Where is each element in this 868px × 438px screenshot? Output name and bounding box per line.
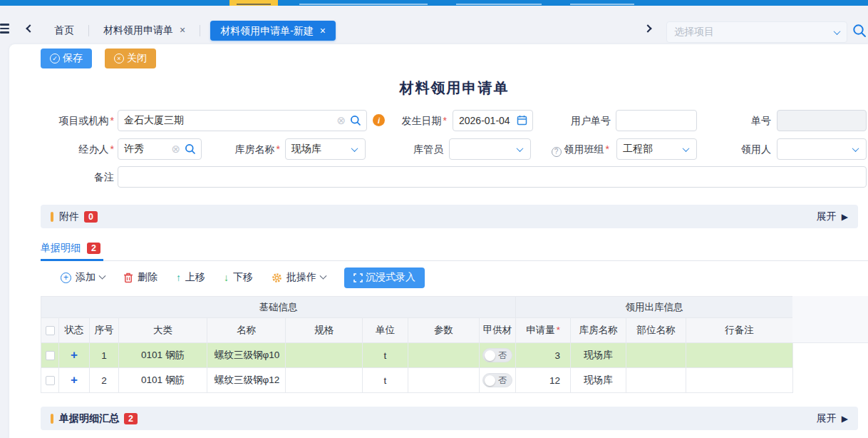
col-part: 部位名称	[626, 318, 686, 343]
move-up-button[interactable]: ↑ 上移	[176, 271, 205, 284]
hamburger-menu-icon[interactable]	[0, 24, 10, 35]
attachment-expand-toggle[interactable]: 展开▶	[817, 210, 848, 223]
col-status: 状态	[59, 318, 90, 343]
handler-search-icon[interactable]	[185, 143, 196, 155]
save-button[interactable]: ✓ 保存	[41, 49, 92, 68]
supplied-toggle[interactable]: 否	[482, 373, 512, 387]
col-warehouse: 库房名称	[571, 318, 626, 343]
tab-separator	[200, 25, 200, 36]
batch-ops-button[interactable]: 批操作	[272, 271, 326, 284]
row-status-add-icon[interactable]: +	[71, 373, 78, 387]
summary-label: 单据明细汇总	[59, 412, 119, 425]
close-button[interactable]: × 关闭	[105, 49, 156, 68]
attachment-count-badge: 0	[84, 211, 98, 223]
group-header-issue: 领用出库信息	[516, 297, 793, 318]
check-circle-icon: ✓	[50, 54, 60, 63]
tab-close-icon[interactable]: ×	[320, 25, 326, 36]
delete-row-button[interactable]: 删除	[123, 271, 157, 284]
main-content-panel: ✓ 保存 × 关闭 材料领用申请单 项目或机构* ⊗ i 发生日期* 用户单号 …	[9, 44, 868, 438]
add-row-button[interactable]: + 添加	[61, 271, 105, 284]
attachment-section-bar: 附件 0 展开▶	[41, 205, 858, 228]
detail-toolbar: + 添加 删除 ↑ 上移 ↓ 下移 批操作 沉浸式录入	[41, 266, 425, 289]
warehouse-select[interactable]: 现场库	[285, 138, 366, 160]
team-label: ?领用班组*	[536, 138, 609, 160]
arrow-down-icon: ↓	[224, 272, 229, 283]
section-marker	[51, 212, 53, 222]
col-seq: 序号	[90, 318, 119, 343]
clear-icon[interactable]: ⊗	[171, 143, 180, 154]
arrow-up-icon: ↑	[176, 272, 181, 283]
user-doc-no-input[interactable]	[616, 110, 697, 131]
form-action-bar: ✓ 保存 × 关闭	[41, 49, 156, 68]
detail-count-badge: 2	[87, 243, 100, 254]
summary-expand-toggle[interactable]: 展开▶	[817, 412, 848, 425]
section-marker	[51, 414, 53, 424]
project-search-icon[interactable]	[350, 115, 361, 126]
header-form: 项目或机构* ⊗ i 发生日期* 用户单号 单号 经办人* ⊗	[41, 110, 868, 190]
gear-icon	[272, 273, 282, 283]
cell-warehouse: 现场库	[571, 343, 626, 368]
warehouse-label: 库房名称*	[207, 138, 280, 160]
tabs-scroll-right-icon[interactable]	[644, 24, 651, 32]
recipient-select[interactable]	[777, 138, 867, 160]
handler-label: 经办人*	[41, 138, 114, 160]
menubar-text-fragment	[237, 4, 271, 5]
project-select[interactable]: 选择项目	[666, 21, 847, 43]
chevron-down-icon	[683, 145, 690, 152]
help-question-icon[interactable]: ?	[552, 147, 562, 157]
detail-table-wrap: 基础信息 领用出库信息 状态 序号 大类 名称 规格 单位 参数 甲供材 申请量…	[41, 296, 868, 393]
group-header-basic: 基础信息	[41, 297, 516, 318]
tab-separator	[88, 25, 89, 36]
project-input[interactable]	[118, 110, 367, 131]
move-down-button[interactable]: ↓ 下移	[224, 271, 253, 284]
clear-icon[interactable]: ⊗	[336, 115, 346, 126]
project-field: ⊗	[118, 110, 367, 131]
cell-unit: t	[363, 343, 408, 368]
doc-no-label: 单号	[700, 110, 771, 131]
cell-warehouse: 现场库	[571, 368, 626, 393]
date-field	[453, 110, 533, 131]
col-name: 名称	[207, 318, 286, 343]
select-all-checkbox-cell	[41, 318, 59, 343]
supplied-toggle[interactable]: 否	[482, 348, 512, 362]
cell-name: 螺纹三级钢φ10	[207, 343, 286, 368]
recipient-label: 领用人	[700, 138, 771, 160]
summary-count-badge: 2	[124, 413, 138, 424]
tab-detail-lines[interactable]: 单据明细 2	[41, 237, 103, 261]
triangle-right-icon: ▶	[842, 212, 848, 222]
team-select[interactable]: 工程部	[616, 138, 697, 160]
tab-material-requisition-new[interactable]: 材料领用申请单-新建×	[210, 21, 336, 41]
tab-material-requisition-list[interactable]: 材料领用申请单×	[99, 24, 190, 37]
table-row[interactable]: + 2 0101 钢筋 螺纹三级钢φ12 t 否 12 现场库	[41, 368, 793, 393]
col-category: 大类	[119, 318, 207, 343]
cell-seq: 1	[90, 343, 119, 368]
cell-qty: 3	[516, 343, 571, 368]
col-unit: 单位	[363, 318, 408, 343]
calendar-icon[interactable]	[517, 115, 527, 126]
row-status-add-icon[interactable]: +	[71, 348, 78, 362]
tab-bar: 首页 材料领用申请单× 材料领用申请单-新建× 选择项目	[0, 6, 868, 44]
tab-home[interactable]: 首页	[50, 24, 78, 37]
chevron-down-icon	[517, 145, 524, 152]
detail-table: 基础信息 领用出库信息 状态 序号 大类 名称 规格 单位 参数 甲供材 申请量…	[41, 296, 793, 393]
close-circle-icon: ×	[114, 54, 124, 63]
row-checkbox[interactable]	[46, 376, 55, 385]
cell-param	[408, 343, 480, 368]
summary-section-bar: 单据明细汇总 2 展开▶	[41, 407, 858, 430]
plus-circle-icon: +	[61, 273, 71, 283]
project-label: 项目或机构*	[41, 110, 114, 131]
cell-seq: 2	[90, 368, 119, 393]
cell-part	[626, 368, 686, 393]
page-title: 材料领用申请单	[41, 78, 868, 98]
cell-part	[626, 343, 686, 368]
doc-no-input	[777, 110, 867, 131]
tab-close-icon[interactable]: ×	[180, 24, 185, 36]
immersive-entry-button[interactable]: 沉浸式录入	[344, 268, 425, 288]
tabs-scroll-left-icon[interactable]	[26, 24, 33, 32]
keeper-select[interactable]	[449, 138, 531, 160]
global-search-icon[interactable]	[852, 24, 867, 38]
select-all-checkbox[interactable]	[46, 326, 55, 335]
row-checkbox[interactable]	[46, 351, 55, 360]
remark-input[interactable]	[118, 166, 867, 188]
table-row[interactable]: + 1 0101 钢筋 螺纹三级钢φ10 t 否 3 现场库	[41, 343, 793, 368]
